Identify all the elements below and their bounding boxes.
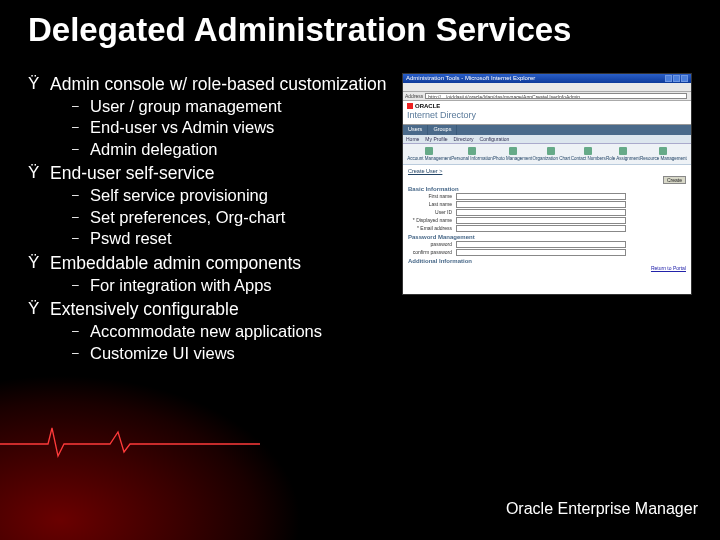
bullet-level2: –Accommodate new applications <box>72 321 390 342</box>
dash-glyph: – <box>72 207 90 228</box>
subbullet-text: Set preferences, Org-chart <box>90 207 285 228</box>
iconrow-item: Resource Management <box>640 147 687 161</box>
bullet-level1: ŸEnd-user self-service <box>28 162 390 185</box>
logo: ORACLE <box>407 103 687 109</box>
text-input <box>456 209 626 216</box>
breadcrumb: Create User > <box>408 168 686 174</box>
form-row: First name <box>408 193 686 200</box>
bullet-level2: –Set preferences, Org-chart <box>72 207 390 228</box>
bullet-level2: –User / group management <box>72 96 390 117</box>
subbullet-text: Self service provisioning <box>90 185 268 206</box>
slide-title: Delegated Administration Services <box>28 12 692 49</box>
text-input <box>456 225 626 232</box>
bullet-text: Extensively configurable <box>50 298 390 321</box>
footer-text: Oracle Enterprise Manager <box>506 500 698 518</box>
address-bar: Address http://…/oiddas/ui/oracle/ldap/d… <box>403 92 691 101</box>
subnav-item: Directory <box>454 136 474 142</box>
bullet-glyph: Ÿ <box>28 252 50 275</box>
tab-bar: UsersGroups <box>403 125 691 135</box>
form-row: password <box>408 241 686 248</box>
nav-icon <box>425 147 433 155</box>
field-label: First name <box>408 193 456 199</box>
subbullet-text: Accommodate new applications <box>90 321 322 342</box>
bullet-level1: ŸEmbeddable admin components <box>28 252 390 275</box>
subbullet-text: End-user vs Admin views <box>90 117 274 138</box>
bullet-glyph: Ÿ <box>28 162 50 185</box>
section-basic: Basic Information <box>408 186 686 192</box>
text-input <box>456 249 626 256</box>
iconrow-item: Organization Chart <box>533 147 571 161</box>
window-title-text: Administration Tools - Microsoft Interne… <box>406 75 535 82</box>
icon-row: Account ManagementPersonal InformationPh… <box>403 144 691 165</box>
dash-glyph: – <box>72 139 90 160</box>
subbullet-text: For integration with Apps <box>90 275 272 296</box>
nav-icon <box>619 147 627 155</box>
browser-toolbar <box>403 83 691 92</box>
address-field: http://…/oiddas/ui/oracle/ldap/das/mypag… <box>425 93 687 99</box>
bullet-level2: –Pswd reset <box>72 228 390 249</box>
subbullet-text: Customize UI views <box>90 343 235 364</box>
field-label: password <box>408 241 456 247</box>
app-header: ORACLE Internet Directory <box>403 101 691 125</box>
form-row: User ID <box>408 209 686 216</box>
app-body: Create User > Create Basic Information F… <box>403 165 691 294</box>
bullet-glyph: Ÿ <box>28 298 50 321</box>
window-titlebar: Administration Tools - Microsoft Interne… <box>403 74 691 83</box>
text-input <box>456 241 626 248</box>
address-label: Address <box>405 93 423 99</box>
iconrow-item: Role Assignment <box>606 147 640 161</box>
section-additional: Additional Information <box>408 258 686 264</box>
subnav-item: Configuration <box>480 136 510 142</box>
dash-glyph: – <box>72 117 90 138</box>
field-label: * Email address <box>408 225 456 231</box>
window-buttons <box>665 75 688 82</box>
form-row: Last name <box>408 201 686 208</box>
minimize-icon <box>665 75 672 82</box>
logo-icon <box>407 103 413 109</box>
embedded-screenshot: Administration Tools - Microsoft Interne… <box>402 73 692 295</box>
field-label: confirm password <box>408 249 456 255</box>
bullet-level2: –Admin delegation <box>72 139 390 160</box>
form-row: * Displayed name <box>408 217 686 224</box>
bullet-text: Admin console w/ role-based customizatio… <box>50 73 390 96</box>
form-row: confirm password <box>408 249 686 256</box>
form-row: * Email address <box>408 225 686 232</box>
nav-icon <box>659 147 667 155</box>
close-icon <box>681 75 688 82</box>
nav-icon <box>509 147 517 155</box>
iconrow-item: Account Management <box>407 147 451 161</box>
bullet-level1: ŸExtensively configurable <box>28 298 390 321</box>
return-link: Return to Portal <box>651 265 686 271</box>
nav-icon <box>584 147 592 155</box>
sub-nav: HomeMy ProfileDirectoryConfiguration <box>403 135 691 144</box>
subbullet-text: User / group management <box>90 96 282 117</box>
dash-glyph: – <box>72 321 90 342</box>
bullet-level2: –Customize UI views <box>72 343 390 364</box>
nav-icon <box>547 147 555 155</box>
bullet-level2: –Self service provisioning <box>72 185 390 206</box>
dash-glyph: – <box>72 185 90 206</box>
bullet-level2: –For integration with Apps <box>72 275 390 296</box>
dash-glyph: – <box>72 275 90 296</box>
text-input <box>456 193 626 200</box>
iconrow-item: Contact Numbers <box>571 147 606 161</box>
create-button: Create <box>663 176 686 184</box>
field-label: Last name <box>408 201 456 207</box>
bullet-text: Embeddable admin components <box>50 252 390 275</box>
tab: Users <box>403 125 428 135</box>
tab: Groups <box>428 125 457 135</box>
section-password: Password Management <box>408 234 686 240</box>
maximize-icon <box>673 75 680 82</box>
subbullet-text: Admin delegation <box>90 139 218 160</box>
iconrow-item: Photo Management <box>493 147 532 161</box>
field-label: User ID <box>408 209 456 215</box>
subnav-item: My Profile <box>425 136 447 142</box>
subbullet-text: Pswd reset <box>90 228 172 249</box>
field-label: * Displayed name <box>408 217 456 223</box>
subnav-item: Home <box>406 136 419 142</box>
text-input <box>456 201 626 208</box>
bullet-level2: –End-user vs Admin views <box>72 117 390 138</box>
bullet-text: End-user self-service <box>50 162 390 185</box>
dash-glyph: – <box>72 343 90 364</box>
nav-icon <box>468 147 476 155</box>
